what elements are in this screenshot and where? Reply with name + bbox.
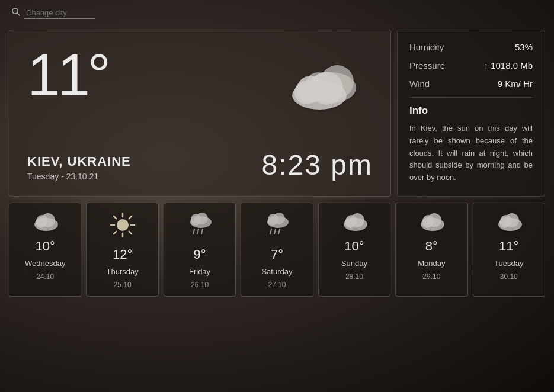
humidity-row: Humidity 53% (409, 42, 533, 52)
svg-line-27 (197, 229, 198, 234)
forecast-row: 10° Wednesday 24.10 12° Thursday 25.10 (9, 203, 545, 297)
svg-line-33 (270, 229, 271, 234)
forecast-weather-icon (185, 210, 214, 242)
svg-point-43 (422, 215, 434, 227)
forecast-day: Wednesday (25, 259, 65, 268)
forecast-date: 28.10 (345, 272, 363, 281)
search-icon (12, 8, 20, 18)
forecast-day: Sunday (341, 259, 367, 268)
city-time-row: KIEV, UKRAINE Tuesday - 23.10.21 8:23 pm (27, 149, 373, 181)
forecast-temp: 9° (194, 247, 206, 262)
forecast-weather-icon (108, 210, 137, 242)
forecast-weather-icon (262, 210, 292, 242)
city-search-input[interactable] (24, 7, 95, 19)
svg-point-47 (500, 215, 512, 227)
info-title: Info (409, 105, 533, 117)
svg-point-13 (117, 219, 129, 231)
forecast-temp: 8° (425, 239, 438, 254)
forecast-weather-icon (494, 210, 524, 234)
forecast-temp: 10° (344, 239, 364, 254)
svg-point-8 (297, 76, 324, 103)
city-name: KIEV, UKRAINE (27, 154, 131, 169)
forecast-card: 9° Friday 26.10 (164, 203, 236, 297)
forecast-day: Monday (418, 259, 445, 268)
current-weather-card: 11° KIEV, (9, 30, 391, 197)
svg-line-26 (193, 229, 194, 234)
forecast-day: Thursday (107, 267, 139, 276)
forecast-card: 7° Saturday 27.10 (241, 203, 313, 297)
svg-line-28 (201, 229, 203, 234)
svg-line-35 (278, 229, 280, 234)
info-text: In Kiev, the sun on this day will rarely… (409, 123, 533, 184)
pressure-row: Pressure ↑ 1018.0 Mb (409, 60, 533, 70)
forecast-weather-icon (417, 210, 446, 234)
wind-label: Wind (409, 79, 430, 89)
current-weather-section: 11° KIEV, (9, 30, 545, 197)
current-time: 8:23 pm (262, 149, 373, 181)
current-temperature: 11° (27, 45, 108, 104)
wind-row: Wind 9 Km/ Hr (409, 79, 533, 89)
pressure-value: ↑ 1018.0 Mb (483, 60, 533, 70)
forecast-day: Saturday (261, 267, 292, 276)
forecast-date: 24.10 (36, 272, 54, 281)
forecast-date: 27.10 (268, 281, 286, 289)
svg-line-1 (17, 13, 20, 15)
svg-point-12 (36, 215, 48, 227)
forecast-day: Friday (189, 267, 210, 276)
svg-point-25 (191, 214, 201, 224)
forecast-date: 29.10 (422, 272, 440, 281)
svg-line-19 (129, 232, 131, 234)
city-date: Tuesday - 23.10.21 (27, 172, 131, 181)
svg-line-21 (114, 232, 116, 234)
svg-line-18 (114, 216, 116, 219)
forecast-date: 25.10 (114, 281, 132, 289)
forecast-weather-icon (30, 210, 60, 234)
svg-line-34 (274, 229, 276, 234)
city-info: KIEV, UKRAINE Tuesday - 23.10.21 (27, 154, 131, 181)
forecast-temp: 7° (271, 247, 283, 262)
pressure-label: Pressure (409, 60, 445, 70)
forecast-weather-icon (340, 210, 369, 234)
svg-point-39 (345, 215, 357, 227)
stats-panel: Humidity 53% Pressure ↑ 1018.0 Mb Wind 9… (397, 30, 545, 197)
forecast-card: 12° Thursday 25.10 (86, 203, 158, 297)
search-bar (12, 7, 95, 19)
forecast-date: 26.10 (191, 281, 209, 289)
forecast-temp: 10° (36, 239, 55, 254)
humidity-label: Humidity (409, 42, 444, 52)
forecast-card: 10° Wednesday 24.10 (9, 203, 81, 297)
wind-value: 9 Km/ Hr (498, 79, 533, 89)
current-weather-icon (278, 51, 361, 113)
forecast-card: 8° Monday 29.10 (395, 203, 467, 297)
svg-line-20 (129, 216, 131, 219)
temperature-row: 11° (27, 45, 373, 113)
forecast-temp: 12° (113, 247, 132, 262)
forecast-date: 30.10 (500, 272, 518, 281)
forecast-card: 10° Sunday 28.10 (318, 203, 390, 297)
humidity-value: 53% (515, 42, 533, 52)
forecast-card: 11° Tuesday 30.10 (473, 203, 545, 297)
svg-point-32 (268, 214, 278, 224)
stats-divider (409, 97, 533, 98)
forecast-day: Tuesday (494, 259, 523, 268)
forecast-temp: 11° (499, 239, 518, 254)
